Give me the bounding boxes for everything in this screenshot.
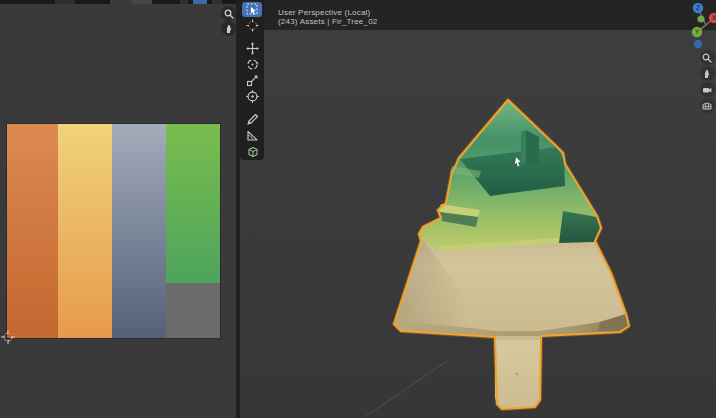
image-editor-panel[interactable] xyxy=(0,0,237,418)
palette-texture-image[interactable] xyxy=(7,124,220,338)
axis-y-label: Y xyxy=(694,28,699,36)
tool-rotate[interactable] xyxy=(242,57,262,72)
tool-select-box[interactable] xyxy=(242,2,262,17)
cursor-2d-icon xyxy=(1,330,15,344)
tool-transform[interactable] xyxy=(242,89,262,104)
tree-underside-shadow xyxy=(598,314,629,332)
tier1-fin-right-face xyxy=(526,130,539,164)
viewport-overlay-text: User Perspective (Local) (243) Assets | … xyxy=(278,8,377,26)
tier1-underside xyxy=(460,147,565,196)
tree-base[interactable] xyxy=(394,100,629,409)
tool-add-cube[interactable] xyxy=(242,144,262,159)
axis-ball-negative[interactable] xyxy=(694,40,702,48)
axis-z-label: Z xyxy=(696,4,701,12)
view-perspective-label: User Perspective (Local) xyxy=(278,8,377,17)
header-fragment xyxy=(212,0,222,4)
navigation-gizmo[interactable]: Z X Y xyxy=(684,0,716,52)
palette-stripe-green xyxy=(166,124,220,338)
palette-stripe-orange xyxy=(7,124,58,338)
viewport-3d[interactable]: User Perspective (Local) (243) Assets | … xyxy=(240,0,716,418)
camera-view-icon[interactable] xyxy=(700,82,715,97)
axis-ball[interactable] xyxy=(697,15,704,22)
pan-hand-icon[interactable] xyxy=(700,66,715,81)
zoom-icon[interactable] xyxy=(700,50,715,65)
tree-underside-bottom xyxy=(394,314,629,337)
header-accent-fragment xyxy=(193,0,207,4)
image-editor-header-sliver xyxy=(0,0,237,4)
tool-scale[interactable] xyxy=(242,73,262,88)
tool-cursor-3d[interactable] xyxy=(242,18,262,33)
mouse-cursor xyxy=(515,157,521,167)
pan-hand-icon[interactable] xyxy=(221,21,236,36)
trunk-top-shadow xyxy=(495,336,540,340)
tree-foliage[interactable] xyxy=(419,100,601,250)
zoom-icon[interactable] xyxy=(221,6,236,21)
grid-ortho-icon[interactable] xyxy=(700,98,715,113)
axis-x-label: X xyxy=(712,14,716,22)
tree-selection-outline xyxy=(394,100,629,409)
trunk-vertex-dot xyxy=(516,373,518,375)
tier1-fin-top xyxy=(450,166,481,178)
scene-canvas xyxy=(240,0,716,418)
header-fragment xyxy=(180,0,188,4)
tool-move[interactable] xyxy=(242,41,262,56)
active-object-label: (243) Assets | Fir_Tree_02 xyxy=(278,17,377,26)
y-axis-line xyxy=(366,361,447,416)
tree-shading xyxy=(394,240,495,336)
viewport-side-controls xyxy=(699,50,715,113)
tier2-fin-side xyxy=(439,212,478,227)
palette-gray-block xyxy=(166,283,220,338)
tier2-underside xyxy=(559,211,601,243)
header-fragment xyxy=(110,0,132,4)
header-fragment xyxy=(132,0,152,4)
tool-measure[interactable] xyxy=(242,128,262,143)
header-fragment xyxy=(55,0,75,4)
tree-trunk[interactable] xyxy=(495,336,540,408)
tool-annotate[interactable] xyxy=(242,112,262,127)
viewport-toolbar xyxy=(240,0,264,160)
palette-stripe-yellow xyxy=(58,124,112,338)
tier2-rim xyxy=(438,238,559,251)
tier1-fin-left-face xyxy=(521,130,526,165)
palette-stripe-bluegray xyxy=(112,124,166,338)
tree-selection-glow xyxy=(394,100,629,409)
tier2-fin-top xyxy=(439,204,480,217)
blender-window: User Perspective (Local) (243) Assets | … xyxy=(0,0,716,418)
